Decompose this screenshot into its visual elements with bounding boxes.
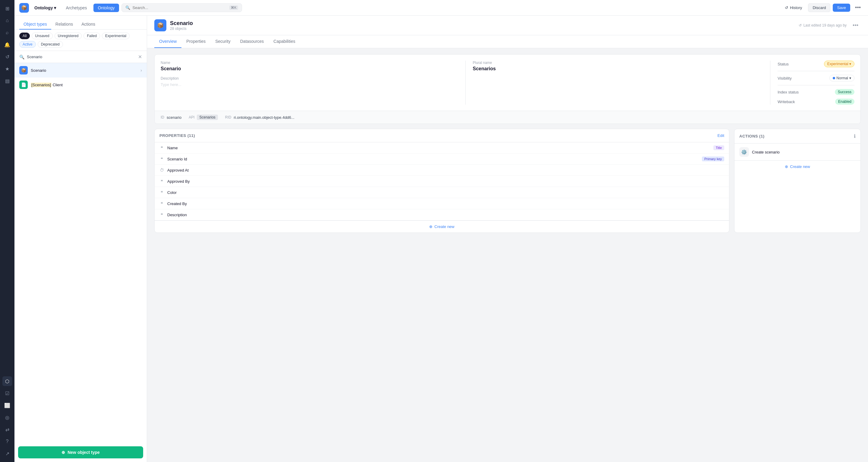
index-status-row: Index status Success xyxy=(778,89,855,95)
folder-icon[interactable]: ▤ xyxy=(2,76,12,86)
search-sm-icon: 🔍 xyxy=(19,55,24,59)
tab-ontology[interactable]: Ontology xyxy=(93,4,119,12)
actions-card-header: ACTIONS (1) ℹ xyxy=(735,129,861,144)
tab-capabilities[interactable]: Capabilities xyxy=(269,35,300,48)
properties-card: PROPERTIES (11) Edit ❝ Name Title ❝ Scen… xyxy=(154,129,730,233)
clear-search-button[interactable]: ✕ xyxy=(138,54,142,60)
prop-name: ❝ Name Title xyxy=(155,142,729,153)
expand-icon[interactable]: ↗ xyxy=(2,449,12,458)
info-card-body: Name Scenario Description Type here... P… xyxy=(155,55,861,111)
object-more-button[interactable]: ••• xyxy=(850,21,861,30)
filter-active[interactable]: Active xyxy=(19,41,36,48)
description-placeholder[interactable]: Type here... xyxy=(161,82,458,87)
star-icon[interactable]: ★ xyxy=(2,64,12,74)
new-object-type-button[interactable]: ⊕ New object type xyxy=(18,446,143,458)
tab-properties[interactable]: Properties xyxy=(181,35,210,48)
prop-approved-by: ❝ Approved By xyxy=(155,176,729,187)
properties-title: PROPERTIES (11) xyxy=(159,133,195,138)
visibility-dropdown-icon: ▾ xyxy=(849,76,851,80)
globe-icon[interactable]: ◎ xyxy=(2,412,12,422)
history-label: History xyxy=(790,5,802,10)
filter-experimental[interactable]: Experimental xyxy=(102,33,130,39)
list-search-input[interactable] xyxy=(27,55,135,59)
layout-icon[interactable]: ⬜ xyxy=(2,401,12,410)
history-nav-icon[interactable]: ↺ xyxy=(2,52,12,61)
bell-icon[interactable]: 🔔 xyxy=(2,40,12,50)
properties-edit-button[interactable]: Edit xyxy=(718,133,724,138)
shuffle-icon[interactable]: ⇄ xyxy=(2,425,12,434)
home-icon[interactable]: ⌂ xyxy=(2,16,12,25)
prop-created-by: ❝ Created By xyxy=(155,198,729,209)
writeback-badge: Enabled xyxy=(835,98,855,105)
search-input[interactable] xyxy=(133,5,227,10)
create-new-props-label: Create new xyxy=(434,224,454,229)
history-button[interactable]: ↺ History xyxy=(781,4,806,12)
status-row: Status Experimental ▾ xyxy=(778,61,855,67)
plural-name-col: Plural name Scenarios xyxy=(465,61,770,105)
object-title-group: Scenario 28 objects xyxy=(170,20,795,31)
tab-object-types[interactable]: Object types xyxy=(19,19,51,30)
scenario-chevron-icon: › xyxy=(141,68,142,73)
tab-relations[interactable]: Relations xyxy=(51,19,77,30)
filter-unsaved[interactable]: Unsaved xyxy=(32,33,53,39)
filter-failed[interactable]: Failed xyxy=(84,33,100,39)
filter-all[interactable]: All xyxy=(19,33,30,39)
tab-actions[interactable]: Actions xyxy=(77,19,99,30)
prop-name-label: Name xyxy=(167,146,710,150)
right-panel: 📦 Scenario 28 objects ↺ Last edited 19 d… xyxy=(147,16,868,462)
scenarios-client-icon: 📄 xyxy=(19,81,28,89)
chevron-down-icon: ▾ xyxy=(54,5,56,10)
visibility-dot xyxy=(833,77,835,79)
list-item-scenarios-client[interactable]: 📄 [Scenarios] Client xyxy=(14,78,147,92)
scenario-item-label: Scenario xyxy=(31,68,137,73)
help-icon[interactable]: ? xyxy=(2,437,12,446)
puzzle-icon[interactable]: ⬡ xyxy=(2,376,12,386)
more-options-button[interactable]: ••• xyxy=(852,3,863,12)
info-card-footer: ID scenario API Scenarios RID ri.ontolog… xyxy=(155,111,861,124)
prop-color-label: Color xyxy=(167,190,724,195)
object-title: Scenario xyxy=(170,20,795,27)
app-logo: 📦 xyxy=(19,3,29,13)
properties-create-new-button[interactable]: ⊕ Create new xyxy=(155,221,729,232)
save-button[interactable]: Save xyxy=(833,4,850,12)
top-nav: 📦 Ontology ▾ Archetypes Ontology 🔍 ⌘K ↺ … xyxy=(14,0,868,16)
plus-icon: ⊕ xyxy=(61,450,65,455)
search-nav-icon[interactable]: ⌕ xyxy=(2,28,12,37)
action-icon: ⚙️ xyxy=(739,147,749,157)
search-icon: 🔍 xyxy=(125,5,130,10)
visibility-badge[interactable]: Normal ▾ xyxy=(830,75,855,81)
list-check-icon[interactable]: ☑ xyxy=(2,388,12,398)
list-item-scenario[interactable]: 📦 Scenario › xyxy=(14,63,147,78)
discard-button[interactable]: Discard xyxy=(808,3,830,12)
actions-info-icon[interactable]: ℹ xyxy=(854,133,856,139)
search-bar: 🔍 ⌘K xyxy=(121,3,242,12)
name-label: Name xyxy=(161,61,458,65)
rid-value: ri.ontology.main.object-type.4dd6... xyxy=(234,115,294,120)
plural-name-label: Plural name xyxy=(473,61,770,65)
prop-id-label: Scenario Id xyxy=(167,157,699,161)
cards-row: PROPERTIES (11) Edit ❝ Name Title ❝ Scen… xyxy=(154,129,861,233)
prop-approved-at: ⏱ Approved At xyxy=(155,165,729,176)
tab-datasources[interactable]: Datasources xyxy=(236,35,269,48)
overview-content: Name Scenario Description Type here... P… xyxy=(147,48,868,239)
tab-security[interactable]: Security xyxy=(210,35,236,48)
status-badge[interactable]: Experimental ▾ xyxy=(824,61,855,67)
plus-props-icon: ⊕ xyxy=(429,224,433,229)
tab-archetypes[interactable]: Archetypes xyxy=(61,4,91,12)
create-new-actions-label: Create new xyxy=(790,164,810,169)
name-col: Name Scenario Description Type here... xyxy=(161,61,458,105)
filter-unregistered[interactable]: Unregistered xyxy=(55,33,82,39)
actions-card: ACTIONS (1) ℹ ⚙️ Create scenario ⊕ Creat… xyxy=(734,129,861,233)
visibility-row: Visibility Normal ▾ xyxy=(778,75,855,81)
object-list: 📦 Scenario › 📄 [Scenarios] Client xyxy=(14,63,147,443)
actions-create-new-button[interactable]: ⊕ Create new xyxy=(735,161,861,173)
tab-overview[interactable]: Overview xyxy=(154,35,181,48)
ontology-dropdown[interactable]: Ontology ▾ xyxy=(31,4,59,12)
prop-id-icon: ❝ xyxy=(159,156,164,161)
info-card: Name Scenario Description Type here... P… xyxy=(154,54,861,124)
index-status-label: Index status xyxy=(778,90,799,94)
id-label: ID xyxy=(161,115,164,119)
filter-deprecated[interactable]: Deprecated xyxy=(38,41,63,48)
scenario-item-icon: 📦 xyxy=(19,66,28,75)
grid-icon[interactable]: ⊞ xyxy=(2,4,12,13)
